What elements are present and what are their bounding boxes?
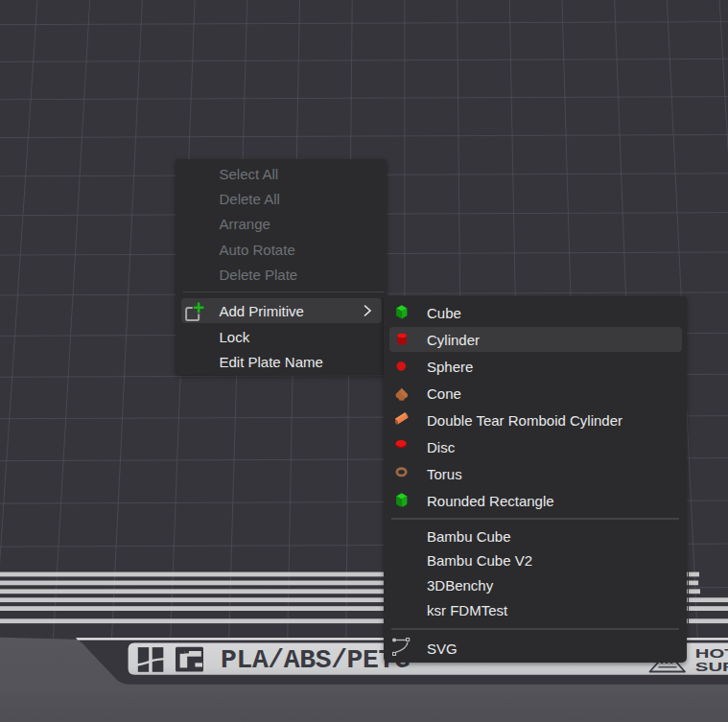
svg-text:PLA/ABS/PETG: PLA/ABS/PETG <box>221 645 410 675</box>
svg-text:SUR: SUR <box>695 660 728 674</box>
